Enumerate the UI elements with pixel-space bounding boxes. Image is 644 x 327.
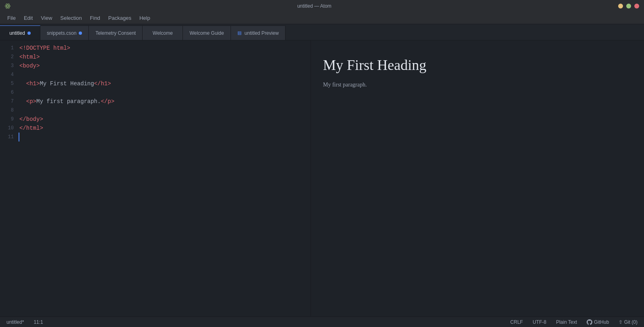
- preview-heading: My First Heading: [323, 57, 632, 74]
- line-num-5: 5: [0, 79, 14, 88]
- code-line-10: </html>: [19, 124, 307, 133]
- line-num-1: 1: [0, 44, 14, 53]
- svg-point-3: [7, 6, 8, 6]
- tab-welcome[interactable]: Welcome: [143, 25, 183, 40]
- code-area[interactable]: <!DOCTYPE html> <html> <body> <h1>My Fir…: [16, 40, 310, 316]
- menu-find[interactable]: Find: [86, 13, 104, 23]
- status-left: untitled* 11:1: [5, 319, 502, 325]
- tab-untitled-preview[interactable]: ▤ untitled Preview: [231, 25, 286, 40]
- menu-file[interactable]: File: [3, 13, 20, 23]
- line-num-6: 6: [0, 88, 14, 97]
- line-num-10: 10: [0, 124, 14, 133]
- tab-snippets[interactable]: snippets.cson: [40, 25, 89, 40]
- status-cursor: 11:1: [32, 319, 44, 325]
- editor-content[interactable]: 1 2 3 4 5 6 7 8 9 10 11 <!DOCTYPE html> …: [0, 40, 310, 316]
- tabsbar: untitled snippets.cson Telemetry Consent…: [0, 24, 644, 40]
- status-encoding[interactable]: UTF-8: [531, 319, 548, 325]
- menubar: File Edit View Selection Find Packages H…: [0, 12, 644, 24]
- menu-packages[interactable]: Packages: [104, 13, 135, 23]
- code-line-11: [19, 133, 307, 141]
- menu-view[interactable]: View: [37, 13, 56, 23]
- status-language[interactable]: Plain Text: [554, 319, 579, 325]
- status-git-status[interactable]: ⇧ Git (0): [617, 319, 639, 325]
- code-line-5: <h1>My First Heading</h1>: [19, 79, 307, 88]
- line-num-2: 2: [0, 53, 14, 61]
- tab-untitled-preview-label: untitled Preview: [245, 30, 279, 36]
- titlebar: untitled — Atom − □ ×: [0, 0, 644, 12]
- code-line-4: [19, 70, 307, 79]
- window-controls: − □ ×: [618, 4, 639, 8]
- line-num-7: 7: [0, 97, 14, 106]
- maximize-button[interactable]: □: [626, 4, 631, 8]
- github-icon: [587, 319, 592, 325]
- tab-modified-dot: [27, 32, 31, 35]
- minimize-button[interactable]: −: [618, 4, 623, 8]
- code-line-2: <html>: [19, 53, 307, 61]
- code-line-3: <body>: [19, 61, 307, 70]
- line-num-8: 8: [0, 106, 14, 115]
- code-line-9: </body>: [19, 115, 307, 124]
- tab-welcome-guide-label: Welcome Guide: [189, 30, 224, 36]
- line-numbers: 1 2 3 4 5 6 7 8 9 10 11: [0, 40, 16, 316]
- code-line-7: <p>My first paragraph.</p>: [19, 97, 307, 106]
- tab-welcome-guide[interactable]: Welcome Guide: [183, 25, 231, 40]
- line-num-11: 11: [0, 133, 14, 141]
- statusbar: untitled* 11:1 CRLF UTF-8 Plain Text Git…: [0, 316, 644, 327]
- menu-edit[interactable]: Edit: [20, 13, 37, 23]
- tab-snippets-label: snippets.cson: [47, 30, 76, 36]
- status-right: CRLF UTF-8 Plain Text GitHub ⇧ Git (0): [509, 319, 639, 325]
- preview-pane: My First Heading My first paragraph.: [311, 40, 644, 316]
- line-num-3: 3: [0, 61, 14, 70]
- status-filename: untitled*: [5, 319, 25, 325]
- editor-pane[interactable]: 1 2 3 4 5 6 7 8 9 10 11 <!DOCTYPE html> …: [0, 40, 311, 316]
- tab-snippets-dot: [79, 32, 82, 35]
- tab-untitled[interactable]: untitled: [0, 25, 40, 40]
- menu-help[interactable]: Help: [135, 13, 154, 23]
- main-content: 1 2 3 4 5 6 7 8 9 10 11 <!DOCTYPE html> …: [0, 40, 644, 316]
- window-title: untitled — Atom: [10, 3, 618, 9]
- close-button[interactable]: ×: [634, 4, 639, 8]
- tab-telemetry-label: Telemetry Consent: [95, 30, 136, 36]
- line-num-9: 9: [0, 115, 14, 124]
- preview-icon: ▤: [237, 30, 241, 36]
- menu-selection[interactable]: Selection: [56, 13, 86, 23]
- line-num-4: 4: [0, 70, 14, 79]
- github-label: GitHub: [594, 319, 609, 325]
- status-github[interactable]: GitHub: [585, 319, 610, 325]
- tab-welcome-label: Welcome: [153, 30, 173, 36]
- tab-untitled-label: untitled: [9, 30, 25, 36]
- status-line-ending[interactable]: CRLF: [509, 319, 524, 325]
- preview-paragraph: My first paragraph.: [323, 82, 632, 88]
- code-line-1: <!DOCTYPE html>: [19, 44, 307, 53]
- code-line-8: [19, 106, 307, 115]
- tab-telemetry[interactable]: Telemetry Consent: [89, 25, 143, 40]
- code-line-6: [19, 88, 307, 97]
- atom-logo-icon: [5, 3, 10, 9]
